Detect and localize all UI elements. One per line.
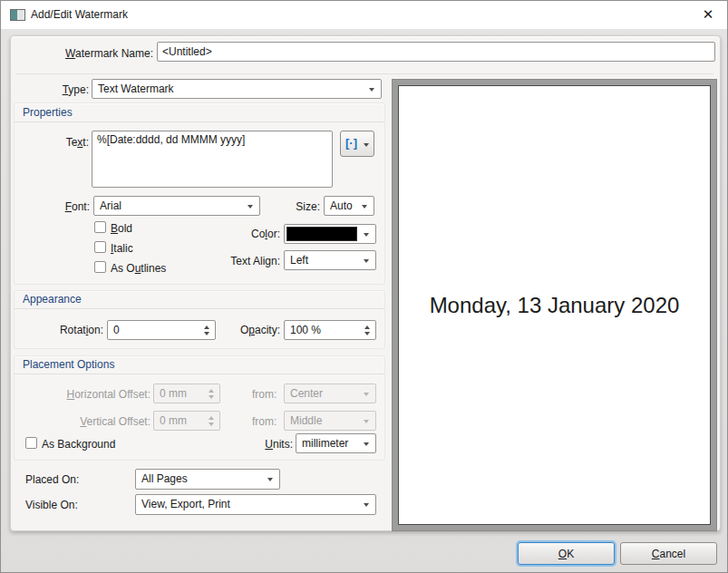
divider	[15, 374, 384, 374]
units-label: Units:	[252, 438, 293, 452]
as-background-checkbox[interactable]	[25, 437, 37, 449]
appearance-header: Appearance	[23, 293, 82, 306]
spinner-buttons[interactable]	[204, 321, 209, 339]
divider	[15, 73, 713, 74]
insert-macro-button[interactable]: [·]	[340, 131, 374, 157]
font-select[interactable]: Arial	[93, 196, 260, 216]
placed-on-value: All Pages	[141, 472, 188, 485]
spinner-buttons	[209, 412, 214, 430]
vertical-offset-spinner: 0 mm	[153, 411, 220, 431]
opacity-label: Opacity:	[235, 324, 280, 337]
spinner-down-icon	[209, 395, 214, 399]
rotation-value: 0	[113, 324, 120, 336]
visible-on-label: Visible On:	[25, 499, 78, 512]
spinner-buttons	[209, 384, 214, 403]
watermark-text-input[interactable]: %[Date:dddd, dd MMMM yyyy]	[92, 131, 333, 188]
spinner-up-icon	[209, 389, 214, 393]
as-background-label[interactable]: As Background	[42, 438, 115, 452]
spinner-up-icon	[204, 325, 209, 329]
vertical-from-value: Middle	[290, 414, 322, 427]
chevron-down-icon	[364, 259, 369, 263]
text-align-label: Text Align:	[220, 255, 280, 268]
opacity-value: 100 %	[290, 324, 321, 336]
italic-checkbox[interactable]	[94, 241, 106, 253]
font-value: Arial	[100, 199, 121, 212]
horizontal-offset-value: 0 mm	[160, 387, 187, 400]
divider	[15, 121, 384, 122]
text-align-value: Left	[290, 254, 308, 267]
units-select[interactable]: millimeter	[296, 433, 376, 453]
chevron-down-icon	[364, 503, 369, 507]
spinner-down-icon	[204, 332, 209, 335]
horizontal-from-value: Center	[290, 387, 323, 400]
placed-on-label: Placed On:	[25, 473, 79, 487]
horizontal-from-select: Center	[284, 384, 376, 403]
vertical-from-select: Middle	[284, 411, 376, 431]
opacity-spinner[interactable]: 100 %	[284, 320, 376, 340]
color-swatch	[286, 227, 357, 241]
rotation-spinner[interactable]: 0	[107, 320, 216, 340]
properties-header: Properties	[23, 106, 73, 119]
macro-icon: [·]	[345, 136, 357, 151]
divider	[15, 308, 384, 309]
as-outlines-checkbox[interactable]	[94, 261, 106, 273]
type-value: Text Watermark	[98, 83, 174, 95]
watermark-app-icon	[10, 9, 25, 21]
text-label: Text:	[44, 136, 89, 150]
vertical-from-label: from:	[252, 415, 276, 429]
watermark-preview-text: Monday, 13 January 2020	[430, 293, 680, 318]
visible-on-select[interactable]: View, Export, Print	[135, 494, 376, 515]
chevron-down-icon	[267, 478, 273, 481]
text-align-select[interactable]: Left	[284, 250, 376, 270]
spinner-down-icon	[209, 422, 214, 426]
visible-on-value: View, Export, Print	[141, 498, 230, 510]
title-bar: Add/Edit Watermark ✕	[1, 1, 727, 29]
preview-page: Monday, 13 January 2020	[398, 85, 711, 525]
vertical-offset-value: 0 mm	[160, 414, 187, 427]
spinner-up-icon	[209, 416, 214, 420]
chevron-down-icon	[364, 233, 369, 237]
chevron-down-icon	[364, 420, 369, 423]
placement-options-header: Placement Options	[23, 358, 114, 371]
watermark-name-label: Watermark Name:	[37, 47, 153, 61]
cancel-button[interactable]: Cancel	[620, 542, 717, 565]
close-icon[interactable]: ✕	[696, 5, 720, 24]
preview-pane: Monday, 13 January 2020	[392, 79, 717, 531]
add-edit-watermark-dialog: Add/Edit Watermark ✕ Watermark Name: Typ…	[0, 0, 728, 573]
ok-button[interactable]: OK	[518, 542, 615, 565]
chevron-down-icon	[364, 442, 369, 446]
rotation-label: Rotation:	[49, 324, 103, 337]
italic-label[interactable]: Italic	[111, 242, 133, 256]
units-value: millimeter	[302, 437, 348, 450]
watermark-name-input[interactable]	[157, 42, 715, 62]
size-select[interactable]: Auto	[324, 196, 374, 216]
type-select[interactable]: Text Watermark	[92, 79, 382, 99]
font-label: Font:	[44, 200, 90, 214]
as-outlines-label[interactable]: As Outlines	[111, 262, 166, 276]
horizontal-from-label: from:	[252, 388, 276, 402]
size-label: Size:	[291, 200, 320, 214]
chevron-down-icon	[364, 393, 369, 396]
spinner-down-icon	[364, 332, 370, 335]
chevron-down-icon	[364, 143, 369, 147]
color-label: Color:	[235, 228, 280, 241]
chevron-down-icon	[369, 88, 374, 92]
vertical-offset-label: Vertical Offset:	[48, 415, 150, 429]
type-label: Type:	[37, 83, 89, 97]
size-value: Auto	[330, 199, 353, 212]
horizontal-offset-label: Horizontal Offset:	[48, 388, 150, 402]
color-select[interactable]	[284, 224, 376, 244]
bold-label[interactable]: Bold	[111, 222, 132, 236]
bold-checkbox[interactable]	[94, 221, 106, 233]
placed-on-select[interactable]: All Pages	[135, 469, 280, 490]
spinner-up-icon	[364, 325, 370, 329]
chevron-down-icon	[248, 205, 253, 209]
spinner-buttons[interactable]	[364, 321, 370, 339]
dialog-title: Add/Edit Watermark	[31, 8, 128, 21]
horizontal-offset-spinner: 0 mm	[153, 384, 220, 403]
chevron-down-icon	[362, 205, 367, 209]
